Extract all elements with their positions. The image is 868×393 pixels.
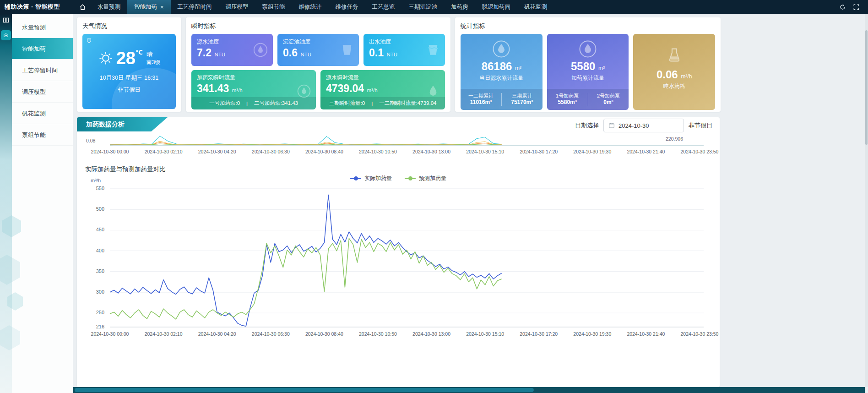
metric-tile-effluent-turbidity: 出水浊度 0.1 NTU — [363, 34, 445, 66]
tab-bar: 水量预测 智能加药× 工艺停留时间 调压模型 泵组节能 维修统计 维修任务 工艺… — [91, 0, 554, 14]
legend-item-predicted[interactable]: 预测加药量 — [405, 175, 446, 182]
temperature-value: 28℃ — [116, 49, 143, 67]
y-axis-unit: m³/h — [91, 178, 101, 183]
strip-max-value: 220.906 — [666, 136, 683, 142]
date-picker-input[interactable]: 2024-10-30 — [603, 119, 684, 132]
comparison-x-axis: 2024-10-30 00:00 2024-10-30 02:10 2024-1… — [83, 330, 713, 338]
droplet-icon — [297, 84, 311, 98]
droplet-icon — [253, 42, 268, 58]
refresh-icon — [839, 4, 846, 11]
tab-process-retention[interactable]: 工艺停留时间 — [171, 0, 219, 14]
weather-panel: 28℃ 晴 南3级 10月30日 星期三 16:31 非节假日 — [82, 34, 176, 109]
fullscreen-icon — [853, 4, 860, 11]
fullscreen-button[interactable] — [851, 1, 862, 12]
comparison-chart-svg — [83, 184, 711, 330]
droplet-icon — [492, 39, 511, 59]
section-ribbon-title: 加药数据分析 — [77, 117, 168, 131]
home-icon — [79, 4, 86, 11]
topbar-actions — [837, 1, 868, 12]
tab-close-icon[interactable]: × — [160, 4, 164, 10]
date-picker-label: 日期选择 — [575, 121, 599, 130]
location-pin-icon — [86, 38, 92, 44]
tab-maintenance-stats[interactable]: 维修统计 — [292, 0, 329, 14]
tab-water-forecast[interactable]: 水量预测 — [91, 0, 127, 14]
weather-holiday-status: 非节假日 — [82, 86, 176, 94]
dosing-data-strip-chart: 0.08 220.906 — [83, 134, 713, 147]
weather-condition: 晴 南3级 — [146, 50, 161, 66]
metric-tile-source-turbidity: 源水浊度 7.2 NTU — [191, 34, 273, 66]
bot-icon — [3, 32, 9, 38]
sidebar-item-process-retention[interactable]: 工艺停留时间 — [12, 60, 73, 81]
legend-marker — [405, 178, 416, 179]
strip-min-value: 0.08 — [86, 138, 95, 143]
topbar: 辅助决策 - 智能模型 水量预测 智能加药× 工艺停留时间 调压模型 泵组节能 … — [0, 0, 868, 14]
sidebar-item-floc-monitor[interactable]: 矾花监测 — [12, 103, 73, 124]
card-title: 瞬时指标 — [191, 22, 445, 30]
tab-floc-monitor[interactable]: 矾花监测 — [517, 0, 554, 14]
stat-tile-dosing-total: 5580 m³ 加药累计流量 1号加药泵5580m³ 2号加药泵0m³ — [547, 34, 629, 110]
weather-datetime: 10月30日 星期三 16:31 — [82, 74, 176, 82]
cup-waves-icon — [426, 43, 440, 57]
droplet-icon — [426, 84, 440, 98]
sun-icon — [98, 50, 114, 66]
tab-process-overview[interactable]: 工艺总览 — [365, 0, 402, 14]
tile-footer: 一号加药泵:0 | 二号加药泵:341.43 — [191, 97, 316, 109]
tab-pump-saving[interactable]: 泵组节能 — [255, 0, 292, 14]
legend-item-actual[interactable]: 实际加药量 — [350, 175, 392, 182]
card-title: 统计指标 — [461, 22, 715, 30]
sidebar: 水量预测 智能加药 工艺停留时间 调压模型 矾花监测 泵组节能 — [12, 14, 73, 393]
horizontal-scrollbar-thumb[interactable] — [75, 388, 534, 392]
stat-tile-chem-per-ton: 0.06 m³/h 吨水药耗 — [633, 34, 715, 110]
droplet-icon — [578, 39, 597, 59]
tab-smart-dosing[interactable]: 智能加药× — [127, 0, 171, 14]
comparison-chart-title: 实际加药量与预测加药量对比 — [85, 165, 720, 174]
stat-tile-daily-source-volume: 86186 m³ 当日源水累计流量 一二期累计11016m³ 三期累计75170… — [461, 34, 542, 110]
home-tab[interactable] — [74, 0, 91, 14]
sidebar-item-pump-saving[interactable]: 泵组节能 — [12, 124, 73, 146]
chart-legend: 实际加药量 预测加药量 — [77, 175, 720, 182]
strip-chart-svg — [83, 134, 711, 147]
horizontal-scrollbar[interactable] — [73, 387, 865, 393]
metric-tile-source-flow: 源水瞬时流量 4739.04 m³/h 三期瞬时流量:0 | 一二期瞬时流量:4… — [320, 70, 445, 109]
card-title: 天气情况 — [82, 22, 176, 30]
refresh-button[interactable] — [837, 1, 848, 12]
metric-tile-sedimentation-turbidity: 沉淀池浊度 0.6 NTU — [277, 34, 359, 66]
tab-sludge-dosing-room[interactable]: 脱泥加药间 — [475, 0, 518, 14]
reader-icon — [2, 16, 10, 24]
stat-footer: 1号加药泵5580m³ 2号加药泵0m³ — [547, 89, 629, 110]
sidebar-item-smart-dosing[interactable]: 智能加药 — [12, 38, 73, 60]
vertical-scrollbar[interactable] — [865, 14, 868, 387]
weather-card: 天气情况 28℃ 晴 南3级 10月30日 星期三 16:31 非节假日 — [77, 17, 181, 112]
statistics-card: 统计指标 86186 m³ 当日源水累计流量 一二期累计11016m³ 三期累计… — [455, 17, 721, 112]
reader-button[interactable] — [0, 14, 12, 27]
divider: | — [371, 101, 373, 106]
app-title: 辅助决策 - 智能模型 — [0, 3, 74, 11]
tab-dosing-room[interactable]: 加药房 — [444, 0, 475, 14]
comparison-chart: m³/h 550 500 450 400 350 300 250 216 — [83, 184, 713, 330]
summary-cards-row: 天气情况 28℃ 晴 南3级 10月30日 星期三 16:31 非节假日 瞬时指… — [77, 17, 721, 112]
tab-pressure-model[interactable]: 调压模型 — [219, 0, 255, 14]
tile-footer: 三期瞬时流量:0 | 一二期瞬时流量:4739.04 — [320, 97, 445, 109]
tab-phase3-sedimentation[interactable]: 三期沉淀池 — [402, 0, 445, 14]
legend-marker — [350, 178, 361, 179]
stat-footer: 一二期累计11016m³ 三期累计75170m³ — [461, 89, 542, 110]
calendar-icon — [608, 122, 615, 129]
dosing-analysis-panel: 加药数据分析 日期选择 2024-10-30 非节假日 0.08 220.906… — [77, 117, 720, 387]
holiday-status: 非节假日 — [689, 121, 712, 130]
divider: | — [246, 101, 248, 106]
smart-model-button[interactable] — [1, 30, 11, 40]
sidebar-item-water-forecast[interactable]: 水量预测 — [12, 16, 73, 38]
icon-rail — [0, 14, 12, 393]
sidebar-item-pressure-model[interactable]: 调压模型 — [12, 81, 73, 103]
instant-metrics-card: 瞬时指标 源水浊度 7.2 NTU 沉淀池浊度 0.6 NTU 出水浊度 0.1… — [186, 17, 450, 112]
beaker-icon — [665, 46, 684, 64]
cup-icon — [340, 43, 354, 57]
strip-x-axis: 2024-10-30 00:00 2024-10-30 02:10 2024-1… — [83, 148, 713, 155]
metric-tile-dosing-pump-flow: 加药泵瞬时流量 341.43 m³/h 一号加药泵:0 | 二号加药泵:341.… — [191, 70, 316, 109]
vertical-scrollbar-thumb[interactable] — [865, 30, 868, 145]
tab-maintenance-tasks[interactable]: 维修任务 — [329, 0, 365, 14]
